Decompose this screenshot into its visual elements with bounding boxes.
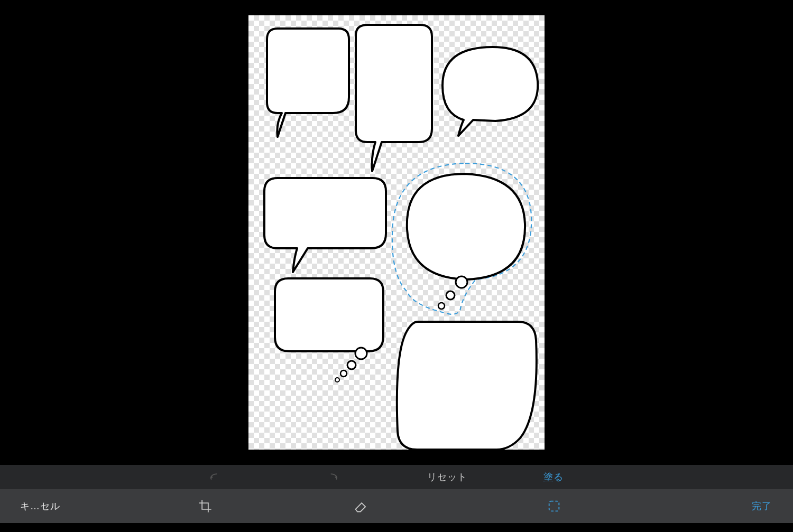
- svg-rect-7: [549, 501, 559, 511]
- eraser-tool-button[interactable]: [346, 489, 376, 523]
- thought-bubble-5[interactable]: [407, 174, 525, 309]
- speech-bubble-3[interactable]: [442, 47, 538, 136]
- canvas-artwork: [248, 15, 545, 450]
- selection-icon: [547, 499, 561, 514]
- svg-point-0: [456, 276, 467, 288]
- svg-point-6: [335, 378, 339, 382]
- svg-point-4: [347, 361, 356, 369]
- cancel-button[interactable]: キ…セル: [11, 489, 70, 523]
- speech-bubble-4[interactable]: [264, 178, 386, 272]
- editor-viewport: [0, 0, 793, 465]
- speech-bubble-1[interactable]: [267, 29, 349, 137]
- svg-point-1: [446, 291, 455, 300]
- svg-point-3: [355, 348, 367, 359]
- selection-tool-button[interactable]: [539, 489, 569, 523]
- redo-button[interactable]: [317, 465, 347, 489]
- svg-point-5: [340, 370, 347, 377]
- undo-icon: [208, 470, 223, 484]
- redo-icon: [325, 470, 339, 484]
- canvas[interactable]: [248, 15, 545, 450]
- svg-point-2: [438, 303, 445, 309]
- toolbar-lower: キ…セル 完了: [0, 489, 793, 523]
- done-button[interactable]: 完了: [742, 489, 781, 523]
- toolbar-upper: リセット 塗る: [0, 465, 793, 489]
- speech-bubble-7[interactable]: [397, 322, 537, 450]
- thought-bubble-6[interactable]: [275, 278, 383, 382]
- speech-bubble-2[interactable]: [356, 25, 432, 171]
- fill-mode-button[interactable]: 塗る: [534, 465, 573, 489]
- reset-button[interactable]: リセット: [418, 465, 477, 489]
- crop-icon: [198, 499, 213, 514]
- eraser-icon: [354, 499, 368, 514]
- undo-button[interactable]: [201, 465, 230, 489]
- crop-tool-button[interactable]: [190, 489, 220, 523]
